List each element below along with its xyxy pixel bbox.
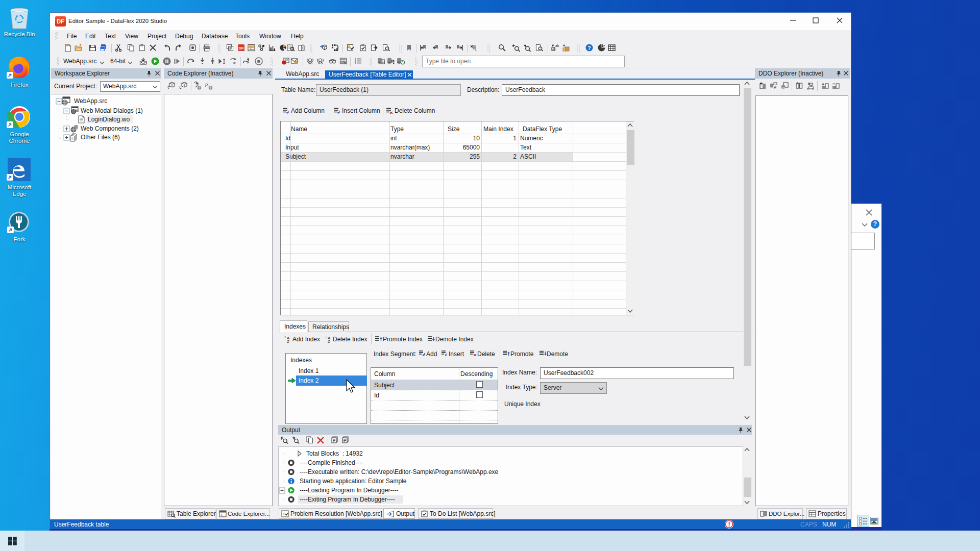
svg-text:+: + — [284, 335, 286, 340]
svg-text:#: # — [233, 61, 236, 65]
svg-text:DF: DF — [57, 18, 64, 24]
svg-text:αβ: αβ — [552, 47, 555, 51]
svg-text:?: ? — [587, 45, 591, 51]
svg-text:DF: DF — [238, 46, 244, 51]
svg-text:m: m — [782, 86, 785, 89]
svg-text:Z: Z — [328, 339, 330, 343]
svg-text:fx: fx — [205, 82, 209, 87]
svg-text:Z: Z — [287, 339, 289, 343]
svg-text:ab: ab — [555, 44, 559, 47]
